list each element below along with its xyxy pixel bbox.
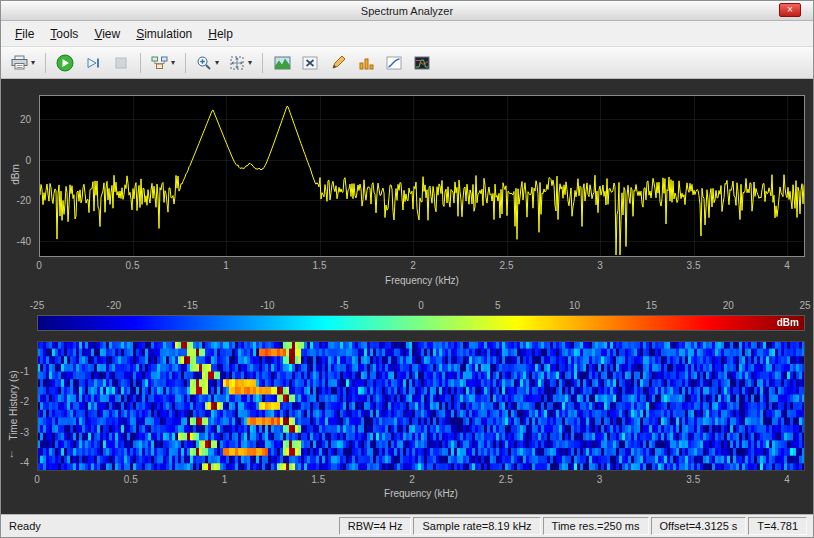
measurements-button[interactable] (297, 51, 323, 75)
colorbar: dBm (37, 315, 805, 331)
simulation-config-button[interactable]: ▾ (147, 51, 179, 75)
tick-label: 20 (723, 300, 734, 311)
spectrum-analyzer-window: Spectrum Analyzer × File Tools View Simu… (0, 0, 814, 538)
zoom-button[interactable]: ▾ (192, 51, 223, 75)
status-rbw: RBW=4 Hz (339, 517, 412, 535)
tick-label: -5 (340, 300, 349, 311)
toolbar-separator (185, 53, 186, 73)
menu-view[interactable]: View (86, 24, 128, 44)
tick-label: 15 (646, 300, 657, 311)
tick-label: 2 (409, 474, 415, 485)
tick-label: 3.5 (686, 474, 700, 485)
toolbar-separator (45, 53, 46, 73)
tick-label: 4 (784, 474, 790, 485)
scope-display: dBm 200-20-40 00.511.522.533.54 Frequenc… (1, 79, 813, 514)
status-time-res: Time res.=250 ms (543, 517, 649, 535)
close-button[interactable]: × (779, 3, 801, 17)
tick-label: -2 (1, 396, 29, 407)
peak-finder-button[interactable] (325, 51, 351, 75)
tick-label: 10 (569, 300, 580, 311)
toolbar-separator (262, 53, 263, 73)
tick-label: -20 (107, 300, 121, 311)
menu-file[interactable]: File (7, 24, 42, 44)
spectrum-canvas[interactable] (39, 95, 805, 257)
zoom-icon (196, 55, 212, 71)
spectrum-x-ticks: 00.511.522.533.54 (39, 260, 805, 272)
tick-label: -40 (1, 235, 31, 246)
spectrogram-x-ticks: 00.511.522.533.54 (37, 474, 805, 486)
tick-label: 3 (597, 260, 603, 271)
step-icon (85, 55, 101, 71)
mask-icon (414, 56, 430, 70)
spectrogram-x-axis-label: Frequency (kHz) (37, 488, 805, 499)
tick-label: 2.5 (499, 474, 513, 485)
spectrogram-y-ticks: -1-2-3-4 (1, 341, 33, 471)
printer-icon (11, 55, 28, 70)
plot-icon (386, 56, 402, 70)
step-forward-button[interactable] (80, 51, 106, 75)
tick-label: 1.5 (311, 474, 325, 485)
toolbar: ▾▾▾▾ (1, 47, 813, 79)
menu-bar: File Tools View Simulation Help (1, 21, 813, 47)
spectrogram-canvas[interactable] (37, 341, 805, 471)
status-ready: Ready (7, 520, 41, 532)
spectral-mask-button[interactable] (409, 51, 435, 75)
tick-label: 5 (495, 300, 501, 311)
status-bar: Ready RBW=4 HzSample rate=8.19 kHzTime r… (1, 514, 813, 537)
run-button[interactable] (52, 51, 78, 75)
menu-help[interactable]: Help (200, 24, 241, 44)
status-sim-time: T=4.781 (748, 517, 807, 535)
config-icon (151, 55, 168, 70)
dropdown-arrow-icon: ▾ (31, 58, 35, 67)
window-title: Spectrum Analyzer (1, 5, 813, 17)
tick-label: 20 (1, 114, 31, 125)
tick-label: 2 (410, 260, 416, 271)
dropdown-arrow-icon: ▾ (171, 58, 175, 67)
tick-label: 0 (34, 474, 40, 485)
dropdown-arrow-icon: ▾ (215, 58, 219, 67)
tick-label: 0 (36, 260, 42, 271)
tick-label: 2.5 (500, 260, 514, 271)
tick-label: 0 (418, 300, 424, 311)
tick-label: 4 (784, 260, 790, 271)
tick-label: 1.5 (313, 260, 327, 271)
bars-icon (359, 56, 374, 70)
export-button[interactable]: ▾ (7, 51, 39, 75)
play-icon (56, 54, 74, 72)
status-offset: Offset=4.3125 s (651, 517, 747, 535)
status-sample-rate: Sample rate=8.19 kHz (413, 517, 540, 535)
tick-label: -10 (260, 300, 274, 311)
tick-label: -4 (1, 456, 29, 467)
span-icon (229, 55, 245, 71)
tick-label: 0.5 (124, 474, 138, 485)
colorbar-canvas (37, 315, 805, 331)
tick-label: 25 (799, 300, 810, 311)
tick-label: 0.5 (126, 260, 140, 271)
spectrum-x-axis-label: Frequency (kHz) (39, 275, 805, 286)
span-button[interactable]: ▾ (225, 51, 256, 75)
xcursor-icon (302, 56, 318, 70)
spectrum-settings-button[interactable] (269, 51, 295, 75)
distortion-button[interactable] (353, 51, 379, 75)
toolbar-separator (140, 53, 141, 73)
image-icon (274, 56, 291, 70)
tick-label: 3.5 (687, 260, 701, 271)
pencil-icon (331, 55, 346, 70)
tick-label: -15 (183, 300, 197, 311)
menu-tools[interactable]: Tools (42, 24, 86, 44)
status-fields: RBW=4 HzSample rate=8.19 kHzTime res.=25… (339, 517, 807, 535)
tick-label: -25 (30, 300, 44, 311)
title-bar[interactable]: Spectrum Analyzer × (1, 1, 813, 21)
dropdown-arrow-icon: ▾ (248, 58, 252, 67)
tick-label: 0 (1, 154, 31, 165)
colorbar-ticks: -25-20-15-10-50510152025 (37, 300, 805, 312)
menu-simulation[interactable]: Simulation (128, 24, 200, 44)
tick-label: 3 (597, 474, 603, 485)
tick-label: -1 (1, 366, 29, 377)
ccdf-button[interactable] (381, 51, 407, 75)
tick-label: 1 (223, 260, 229, 271)
tick-label: 1 (222, 474, 228, 485)
tick-label: -3 (1, 426, 29, 437)
spectrum-y-ticks: 200-20-40 (1, 95, 35, 257)
stop-button (108, 51, 134, 75)
